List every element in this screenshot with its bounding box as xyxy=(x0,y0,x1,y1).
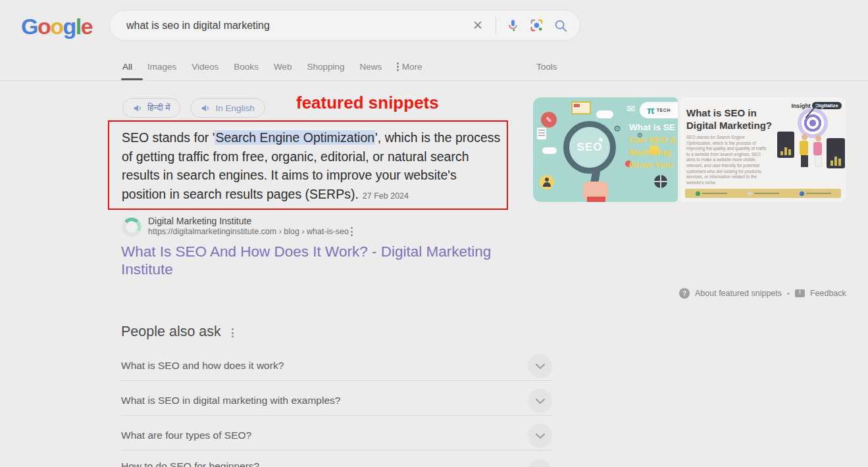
three-dots-vertical-icon xyxy=(397,62,399,71)
divider xyxy=(121,380,553,381)
snippet-text-before: SEO stands for ' xyxy=(122,130,215,145)
tab-books[interactable]: Books xyxy=(234,62,259,72)
logo-letter: e xyxy=(81,14,92,39)
feedback-icon[interactable] xyxy=(795,289,805,297)
google-logo[interactable]: Google xyxy=(21,14,92,39)
search-tabs: All Images Videos Books Web Shopping New… xyxy=(122,62,422,72)
clear-search-icon[interactable]: ✕ xyxy=(470,18,486,33)
snippet-date: 27 Feb 2024 xyxy=(363,191,409,201)
pi-tech-label: TECH xyxy=(657,108,671,112)
chip-english-label: In English xyxy=(215,103,254,113)
magnifier-seo-graphic: SEO xyxy=(563,121,616,174)
sleeve-graphic xyxy=(587,197,605,202)
snippet-highlight: Search Engine Optimization xyxy=(215,130,375,145)
logo-letter: g xyxy=(63,14,76,39)
logo-letter: l xyxy=(76,14,81,39)
tab-more-label: More xyxy=(402,62,422,72)
envelope-icon: ✉ xyxy=(626,103,635,115)
infographic-body-text: SEO stands for Search Engine Optimizatio… xyxy=(686,135,771,185)
divider xyxy=(121,450,553,451)
google-serp-page: Google ✕ xyxy=(0,0,868,467)
tab-more[interactable]: More xyxy=(397,62,422,72)
chip-english[interactable]: In English xyxy=(190,98,265,118)
tab-news[interactable]: News xyxy=(359,62,382,72)
logo-letter: G xyxy=(21,14,38,39)
document-icon xyxy=(537,128,546,139)
chart-graphic xyxy=(827,138,845,168)
search-icon[interactable] xyxy=(553,18,568,33)
cloud-icon xyxy=(542,147,557,154)
tab-all[interactable]: All xyxy=(122,62,132,72)
translate-chips: हिन्दी में In English xyxy=(122,98,265,118)
featured-snippets-annotation: featured snippets xyxy=(296,93,439,113)
paa-question-3[interactable]: What are four types of SEO? xyxy=(121,430,251,441)
paa-question-1[interactable]: What is SEO and how does it work? xyxy=(121,360,284,372)
separator-dot: • xyxy=(787,289,790,297)
microphone-icon[interactable] xyxy=(506,18,520,32)
logo-letter: o xyxy=(38,14,50,39)
seo-label: SEO xyxy=(577,141,603,154)
pencil-icon: ✎ xyxy=(541,112,557,128)
person-graphic xyxy=(813,135,823,167)
paa-question-4[interactable]: How to do SEO for beginners? xyxy=(121,460,259,467)
chevron-down-icon[interactable] xyxy=(528,354,552,378)
chevron-down-icon[interactable] xyxy=(528,459,552,467)
search-bar[interactable]: ✕ xyxy=(109,10,580,41)
gear-icon: ⚙ xyxy=(613,124,621,134)
result-title-link[interactable]: What Is SEO And How Does It Work? - Digi… xyxy=(121,243,506,278)
paa-question-2[interactable]: What is SEO in digital marketing with ex… xyxy=(121,395,340,406)
site-favicon[interactable] xyxy=(122,218,141,236)
chart-graphic xyxy=(777,132,794,158)
search-input[interactable] xyxy=(126,20,442,32)
snippet-images-panel: ✉ ✎ ⚙ ⚙ ★ π TECH SEO What is SE Can SEO … xyxy=(533,97,846,202)
snippet-footer-row: About featured snippets • Feedback xyxy=(679,288,846,299)
chevron-down-icon[interactable] xyxy=(528,389,552,413)
snippet-image-seo-illustration[interactable]: ✉ ✎ ⚙ ⚙ ★ π TECH SEO What is SE Can SEO … xyxy=(533,97,678,202)
pi-tech-logo: π TECH xyxy=(640,102,678,118)
speaker-icon xyxy=(201,103,211,113)
tab-images[interactable]: Images xyxy=(147,62,176,72)
tab-videos[interactable]: Videos xyxy=(191,62,218,72)
feedback-link[interactable]: Feedback xyxy=(810,289,846,298)
pi-symbol: π xyxy=(647,105,654,116)
tools-button[interactable]: Tools xyxy=(536,62,557,72)
divider xyxy=(496,17,496,34)
person-graphic xyxy=(800,134,809,167)
image-caption-lines: What is SE Can SEO & Marketing Grow Your xyxy=(629,121,678,171)
tab-shopping[interactable]: Shopping xyxy=(307,62,344,72)
snippet-image-infographic[interactable]: Insight Digitalize What is SEO in Digita… xyxy=(680,97,846,202)
paa-options-icon[interactable] xyxy=(232,328,234,337)
logo-letter: o xyxy=(50,14,63,39)
question-circle-icon[interactable] xyxy=(679,288,690,299)
google-lens-icon[interactable] xyxy=(530,18,544,32)
speaker-icon xyxy=(133,103,143,113)
people-also-ask-title: People also ask xyxy=(121,324,221,340)
about-featured-snippets-link[interactable]: About featured snippets xyxy=(695,289,782,298)
result-options-icon[interactable] xyxy=(351,227,353,236)
person-icon xyxy=(540,175,554,189)
chip-hindi[interactable]: हिन्दी में xyxy=(122,98,180,118)
header-divider xyxy=(0,80,868,81)
chip-hindi-label: हिन्दी में xyxy=(147,103,170,113)
monitor-icon xyxy=(571,101,591,114)
site-name[interactable]: Digital Marketing Institute xyxy=(148,216,251,226)
chevron-down-icon[interactable] xyxy=(528,424,552,448)
tab-web[interactable]: Web xyxy=(274,62,292,72)
infographic-title: What is SEO in Digital Marketing? xyxy=(686,107,788,132)
site-breadcrumb-url[interactable]: https://digitalmarketinginstitute.com › … xyxy=(148,227,349,236)
divider xyxy=(121,415,553,416)
globe-icon xyxy=(654,175,667,188)
featured-snippet-text: SEO stands for 'Search Engine Optimizati… xyxy=(122,128,501,205)
cloud-icon xyxy=(596,111,613,118)
contact-strip xyxy=(685,189,841,198)
